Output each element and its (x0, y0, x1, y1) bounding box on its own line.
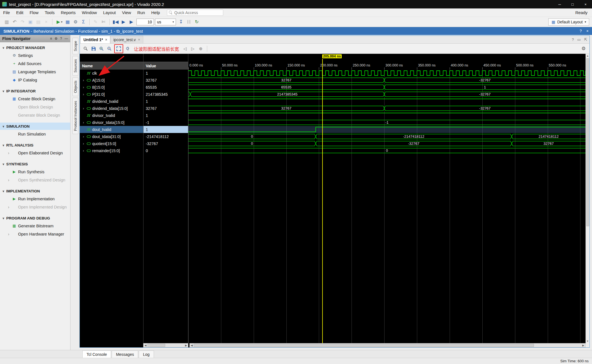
next-transition-icon[interactable]: ▷ (189, 45, 196, 52)
tab-ipcore-test-v[interactable]: ipcore_test.v× (110, 36, 143, 43)
menu-help[interactable]: Help (148, 8, 163, 17)
signal-name-dout-tvalid[interactable]: dout_tvalid (80, 126, 143, 133)
side-tab-protocol-instances[interactable]: Protocol Instances (72, 98, 78, 134)
wave-quotient-15-0[interactable]: 0-3276732767 (188, 140, 586, 147)
wave-dividend-tdata-15-0[interactable]: 32767-32767 (188, 105, 586, 112)
save-icon[interactable] (90, 45, 97, 52)
bottom-tab-tcl-console[interactable]: Tcl Console (82, 350, 111, 358)
nav-item-language-templates[interactable]: ▤Language Templates (0, 68, 70, 76)
menu-flow[interactable]: Flow (26, 8, 42, 17)
menu-reports[interactable]: Reports (58, 8, 79, 17)
scroll-up-icon[interactable]: ▲ (586, 54, 589, 58)
wave-hscrollbar[interactable]: ◀ ▶ (189, 343, 586, 347)
maximize-panel-icon[interactable]: ⇱ (584, 37, 587, 42)
step-icon[interactable]: ↧ (178, 19, 184, 25)
nav-section-simulation[interactable]: ∨SIMULATION (0, 123, 70, 130)
paste-icon[interactable]: ▤ (35, 19, 42, 25)
signal-name-divisor-tdata-15-0[interactable]: ›divisor_tdata[15:0] (80, 119, 143, 126)
duplicate-icon[interactable]: ▣ (27, 19, 34, 25)
nav-item-generate-block-design[interactable]: Generate Block Design (0, 111, 70, 119)
close-tab-icon[interactable]: × (105, 38, 107, 42)
signal-value-remainder-15-0[interactable]: 0 (143, 147, 188, 154)
zoom-in-icon[interactable] (98, 45, 105, 52)
nav-item-run-synthesis[interactable]: ▶Run Synthesis (0, 168, 70, 176)
expand-arrow-icon[interactable]: › (81, 78, 85, 82)
banner-help-icon[interactable]: ? (580, 29, 582, 33)
signal-name-a-15-0[interactable]: ›A[15:0] (80, 77, 143, 84)
scroll-left-icon[interactable]: ◀ (190, 344, 194, 347)
copy-icon[interactable]: ▥ (3, 19, 10, 25)
minimize-panel-icon[interactable]: — (65, 37, 68, 41)
signal-value-dividend-tdata-15-0[interactable]: 32767 (143, 105, 188, 112)
edit-icon[interactable]: ✎ (92, 19, 99, 25)
nav-section-rtl-analysis[interactable]: ∨RTL ANALYSIS (0, 141, 70, 149)
signal-value-b-15-0[interactable]: 65535 (143, 84, 188, 91)
nav-item-settings[interactable]: ⚙Settings (0, 51, 70, 59)
zoom-fit-icon[interactable] (115, 45, 122, 52)
wave-dout-tdata-31-0[interactable]: 0-21474181122147418112 (188, 133, 586, 140)
signal-name-p-31-0[interactable]: ›P[31:0] (80, 91, 143, 98)
menu-window[interactable]: Window (79, 8, 100, 17)
nav-item-add-sources[interactable]: +Add Sources (0, 59, 70, 68)
side-tab-sources[interactable]: Sources (72, 56, 78, 76)
expand-arrow-icon[interactable]: › (81, 92, 85, 96)
restart-icon[interactable]: ▮◀ (112, 19, 119, 25)
quick-access-input[interactable] (174, 10, 217, 15)
signal-name-divisor-tvalid[interactable]: divisor_tvalid (80, 112, 143, 119)
signal-name-dividend-tvalid[interactable]: dividend_tvalid (80, 98, 143, 105)
collapse-icon[interactable]: ≡ (50, 37, 52, 41)
expand-arrow-icon[interactable]: › (7, 232, 10, 236)
menu-tools[interactable]: Tools (42, 8, 58, 17)
redo-icon[interactable]: ↷ (19, 19, 26, 25)
expand-arrow-icon[interactable]: › (7, 151, 10, 155)
run-time-input[interactable] (136, 19, 154, 25)
scroll-right-icon[interactable]: ▶ (581, 344, 585, 347)
wave-plot[interactable]: 205.004 ns 0.000 ns50.000 ns100.000 ns15… (188, 54, 586, 343)
sum-icon[interactable]: Σ (80, 19, 87, 25)
wave-clk[interactable] (188, 70, 586, 77)
zoom-to-cursor-icon[interactable] (124, 45, 132, 52)
nav-section-ip-integrator[interactable]: ∨IP INTEGRATOR (0, 87, 70, 95)
scroll-down-icon[interactable]: ▼ (586, 339, 589, 343)
undo-icon[interactable]: ↶ (11, 19, 18, 25)
zoom-out-icon[interactable] (106, 45, 113, 52)
scroll-right-icon[interactable]: ▶ (184, 344, 188, 347)
help-icon[interactable]: ? (60, 37, 62, 41)
nav-item-open-implemented-design[interactable]: ›Open Implemented Design (0, 203, 70, 211)
column-header-name[interactable]: Name (80, 62, 143, 70)
wave-settings-gear-icon[interactable]: ⚙ (580, 45, 587, 52)
float-window-icon[interactable]: ▭ (577, 37, 581, 42)
relaunch-icon[interactable]: ↻ (193, 19, 200, 25)
bottom-tab-log[interactable]: Log (139, 350, 154, 358)
side-tab-scope[interactable]: Scope (72, 38, 78, 54)
close-tab-icon[interactable]: × (138, 38, 140, 42)
wave-divisor-tdata-15-0[interactable]: -1 (188, 119, 586, 126)
expand-arrow-icon[interactable]: › (81, 135, 85, 139)
gear-icon[interactable]: ⚙ (55, 37, 58, 41)
quick-access-box[interactable] (167, 10, 223, 16)
minimize-button[interactable]: ─ (553, 0, 566, 8)
previous-transition-icon[interactable]: ◁ (181, 45, 189, 52)
wave-remainder-15-0[interactable]: 0 (188, 147, 586, 154)
time-unit-select[interactable]: us ▾ (155, 19, 176, 25)
expand-arrow-icon[interactable]: › (81, 85, 85, 89)
column-header-value[interactable]: Value (143, 62, 188, 70)
signal-value-divisor-tdata-15-0[interactable]: -1 (143, 119, 188, 126)
wave-dout-tvalid[interactable] (188, 126, 586, 133)
wave-p-31-0[interactable]: 2147385345-32767 (188, 91, 586, 98)
signal-value-p-31-0[interactable]: 2147385345 (143, 91, 188, 98)
pause-icon[interactable] (185, 19, 192, 25)
nav-item-open-synthesized-design[interactable]: ›Open Synthesized Design (0, 176, 70, 184)
help-icon[interactable]: ? (572, 37, 574, 42)
banner-close-icon[interactable]: × (586, 29, 589, 33)
names-hscroll-thumb[interactable] (147, 344, 165, 347)
dashboard-icon[interactable]: ▦ (64, 19, 71, 25)
menu-run[interactable]: Run (134, 8, 148, 17)
nav-item-open-block-design[interactable]: Open Block Design (0, 103, 70, 111)
nav-item-create-block-design[interactable]: ▦Create Block Design (0, 95, 70, 103)
menu-layout[interactable]: Layout (100, 8, 119, 17)
add-marker-icon[interactable]: ⊕ (197, 45, 204, 52)
run-caret-icon[interactable]: ▾ (60, 19, 63, 25)
nav-item-open-elaborated-design[interactable]: ›Open Elaborated Design (0, 149, 70, 157)
find-icon[interactable] (82, 45, 89, 52)
